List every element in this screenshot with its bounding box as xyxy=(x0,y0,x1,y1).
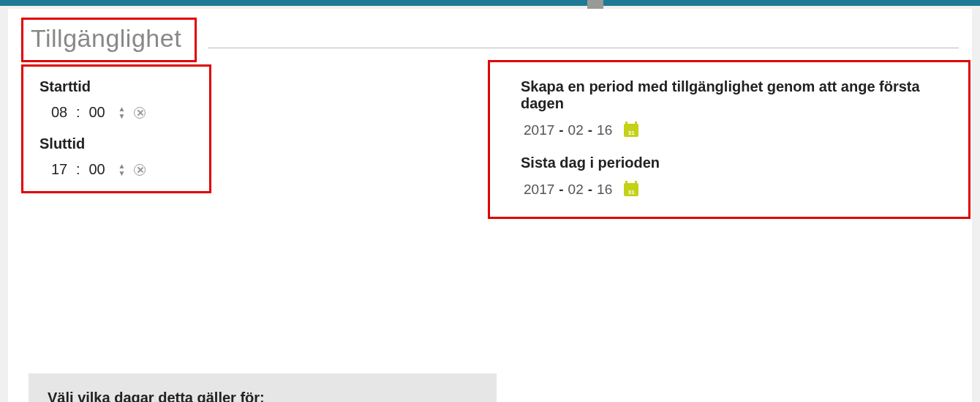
start-hour[interactable]: 08 xyxy=(48,104,70,121)
to-date-label: Sista dag i perioden xyxy=(521,155,954,171)
date-separator: - xyxy=(588,182,592,198)
from-month[interactable]: 02 xyxy=(568,122,584,138)
start-time-group: Starttid 08 : 00 ▲ ▼ xyxy=(39,78,196,121)
date-separator: - xyxy=(559,122,563,138)
calendar-icon[interactable] xyxy=(624,124,638,137)
time-range-highlight: Starttid 08 : 00 ▲ ▼ Sluttid 17 : xyxy=(21,64,211,193)
start-time-label: Starttid xyxy=(39,78,196,95)
end-hour[interactable]: 17 xyxy=(48,161,70,178)
calendar-icon[interactable] xyxy=(624,183,638,196)
top-accent-bar xyxy=(0,0,980,6)
from-date-label: Skapa en period med tillgänglighet genom… xyxy=(521,78,954,112)
days-panel: Välj vilka dagar detta gäller för: MånTi… xyxy=(29,373,497,402)
time-separator: : xyxy=(76,161,80,178)
end-minute[interactable]: 00 xyxy=(86,161,108,178)
form-columns: Starttid 08 : 00 ▲ ▼ Sluttid 17 : xyxy=(21,64,959,218)
clear-start-time-icon[interactable] xyxy=(134,107,146,119)
title-highlight: Tillgänglighet xyxy=(21,18,197,62)
days-label: Välj vilka dagar detta gäller för: xyxy=(48,390,478,402)
clear-end-time-icon[interactable] xyxy=(134,164,146,176)
spinner-up-icon[interactable]: ▲ xyxy=(118,163,126,169)
date-separator: - xyxy=(588,122,592,138)
date-separator: - xyxy=(559,182,563,198)
spinner-down-icon[interactable]: ▼ xyxy=(118,171,126,176)
title-divider xyxy=(208,48,959,48)
time-separator: : xyxy=(76,104,80,121)
to-day[interactable]: 16 xyxy=(597,182,612,198)
end-time-spinner[interactable]: ▲ ▼ xyxy=(118,163,126,176)
start-time-spinner[interactable]: ▲ ▼ xyxy=(118,106,126,119)
end-time-label: Sluttid xyxy=(39,135,196,152)
start-time-input[interactable]: 08 : 00 ▲ ▼ xyxy=(39,104,196,121)
page-title: Tillgänglighet xyxy=(31,24,181,53)
end-time-group: Sluttid 17 : 00 ▲ ▼ xyxy=(39,135,196,178)
spinner-down-icon[interactable]: ▼ xyxy=(118,113,126,119)
from-year[interactable]: 2017 xyxy=(524,122,554,138)
to-date-group: Sista dag i perioden 2017 - 02 - 16 xyxy=(521,155,954,198)
availability-modal: Tillgänglighet Starttid 08 : 00 ▲ ▼ Slut… xyxy=(8,9,972,402)
spinner-up-icon[interactable]: ▲ xyxy=(118,106,126,112)
to-year[interactable]: 2017 xyxy=(524,182,554,198)
from-day[interactable]: 16 xyxy=(597,122,612,138)
start-minute[interactable]: 00 xyxy=(86,104,108,121)
end-time-input[interactable]: 17 : 00 ▲ ▼ xyxy=(39,161,196,178)
from-date-group: Skapa en period med tillgänglighet genom… xyxy=(521,78,954,138)
to-date-input[interactable]: 2017 - 02 - 16 xyxy=(521,182,954,198)
to-month[interactable]: 02 xyxy=(568,182,584,198)
from-date-input[interactable]: 2017 - 02 - 16 xyxy=(521,122,954,138)
date-range-highlight: Skapa en period med tillgänglighet genom… xyxy=(488,60,970,219)
